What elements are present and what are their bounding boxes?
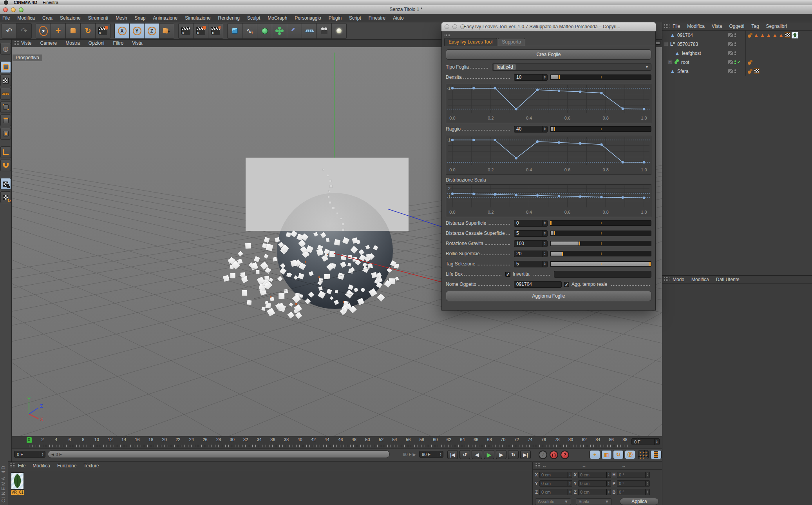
triangle-tag-icon[interactable]: ▲ — [772, 33, 778, 38]
stepper-icon[interactable]: ▲▼ — [606, 489, 611, 495]
coord-field-p1[interactable]: 0 °▲▼ — [617, 480, 650, 487]
stepper-icon[interactable]: ▲▼ — [645, 472, 649, 478]
stepper-icon[interactable]: ▲▼ — [606, 472, 611, 478]
material-name-badge[interactable]: VR_01 — [11, 490, 24, 495]
uvw-tag-icon[interactable] — [754, 68, 760, 74]
menu-item-mesh[interactable]: Mesh — [116, 15, 127, 21]
play-forwards-button[interactable]: ▶ — [484, 450, 494, 459]
record-snapshot-button[interactable]: ( ) — [550, 451, 558, 459]
rollio-superficie-value-field[interactable]: 20▲▼ — [514, 251, 548, 257]
menu-item-mograph[interactable]: MoGraph — [268, 15, 287, 21]
stepper-icon[interactable]: ▲▼ — [542, 251, 547, 257]
triangle-tag-icon[interactable]: ▲ — [779, 33, 784, 38]
stepper-icon[interactable]: ▲▼ — [542, 74, 547, 80]
stepper-icon[interactable]: ▲▼ — [542, 126, 547, 132]
add-deformer-button[interactable] — [287, 24, 302, 38]
model-mode-button[interactable] — [0, 61, 11, 73]
redo-button[interactable]: ↷ — [17, 24, 31, 38]
stepper-icon[interactable]: ▲▼ — [542, 261, 547, 267]
timeline-ruler[interactable]: 0246810121416182022242628303234363840424… — [12, 436, 662, 449]
phong-tag-icon[interactable] — [748, 33, 752, 38]
menu-item-simulazione[interactable]: Simulazione — [185, 15, 210, 21]
rotazione-gravita-value-field[interactable]: 100▲▼ — [514, 240, 548, 247]
add-generator-button[interactable] — [257, 24, 272, 38]
stepper-icon[interactable]: ▲▼ — [645, 481, 649, 486]
key-rotation-button[interactable]: ↻ — [613, 450, 624, 459]
distanza-casuale-superficie-value-field[interactable]: 5▲▼ — [514, 230, 548, 237]
invertita-checkbox[interactable]: ✓ — [505, 272, 510, 277]
dialog-close-button[interactable] — [445, 24, 449, 29]
key-position-button[interactable]: + — [590, 450, 600, 459]
menu-item-finestre[interactable]: Finestre — [369, 15, 385, 21]
visibility-toggles[interactable]: ✓ — [728, 60, 745, 65]
workplane-grid-button[interactable] — [0, 88, 11, 100]
raggio-slider[interactable] — [550, 126, 651, 132]
coord-field-y1[interactable]: 0 cm▲▼ — [578, 480, 611, 487]
app-menu-title[interactable]: CINEMA 4D — [14, 0, 37, 5]
visibility-dots-icon[interactable] — [734, 60, 736, 64]
rollio-superficie-slider[interactable] — [550, 251, 651, 256]
nome-oggetto-field[interactable]: 091704 — [514, 281, 562, 288]
add-camera-button[interactable] — [317, 24, 331, 38]
layer-icon[interactable] — [728, 60, 733, 64]
render-settings-button[interactable]: ⚙ — [208, 24, 223, 38]
visibility-dots-icon[interactable] — [734, 69, 736, 73]
tab-supporto[interactable]: Supporto — [498, 38, 526, 46]
uvw-tag-icon[interactable] — [785, 32, 790, 38]
rotate-workplane-button[interactable]: ↻ — [0, 191, 11, 203]
menu-item-oggetti[interactable]: Oggetti — [729, 24, 745, 29]
current-frame-field[interactable]: 0 F▲▼ — [14, 451, 45, 458]
menu-item-plugin[interactable]: Plugin — [329, 15, 342, 21]
menu-item-dati-utente[interactable]: Dati Utente — [716, 277, 740, 282]
visibility-toggles[interactable] — [728, 69, 745, 73]
menu-item-mostra[interactable]: Mostra — [65, 40, 80, 46]
menu-item-script[interactable]: Script — [349, 15, 361, 21]
stepper-icon[interactable]: ▲▼ — [645, 489, 649, 495]
dialog-grip-icon[interactable] — [444, 33, 450, 37]
tab-easy-ivy-leaves-tool[interactable]: Easy Ivy Leaves Tool — [444, 38, 497, 46]
coord-field-b2[interactable]: 0 °▲▼ — [617, 489, 650, 495]
render-view-button[interactable] — [179, 24, 193, 38]
key-parameter-button[interactable]: Ⓟ — [625, 450, 635, 459]
densita-slider[interactable] — [550, 74, 651, 80]
lock-x-axis-button[interactable]: X — [115, 24, 129, 38]
panel-grip-icon[interactable] — [664, 24, 669, 28]
collapse-icon[interactable]: − — [664, 42, 668, 46]
visibility-toggles[interactable] — [728, 42, 745, 46]
object-row-leafghost[interactable]: ▲leafghost — [662, 49, 812, 58]
life-box-field[interactable] — [554, 271, 651, 278]
menu-item-strumenti[interactable]: Strumenti — [88, 15, 108, 21]
applica-button[interactable]: Applica — [620, 498, 659, 505]
menu-item-viste[interactable]: Viste — [21, 40, 31, 46]
goto-end-button[interactable]: ▶| — [520, 450, 531, 459]
camera-label[interactable]: Prospettiva — [13, 54, 42, 61]
preview-range-scrollbar[interactable]: ◀0 F — [48, 451, 390, 458]
goto-start-button[interactable]: |◀ — [447, 450, 458, 459]
densita-curve-graph[interactable]: 10.00.20.40.60.81.0 — [446, 84, 651, 123]
panel-grip-icon[interactable] — [13, 41, 19, 45]
coord-field-x0[interactable]: 0 cm▲▼ — [578, 472, 611, 478]
use-last-tool-button[interactable] — [96, 24, 110, 38]
menu-item-personaggio[interactable]: Personaggio — [295, 15, 321, 21]
densita-value-field[interactable]: 10▲▼ — [514, 74, 548, 81]
visibility-toggles[interactable] — [728, 51, 745, 55]
live-selection-button[interactable]: ➤ — [36, 24, 51, 38]
apple-menu-icon[interactable] — [4, 0, 8, 5]
coord-field-z2[interactable]: 0 cm▲▼ — [539, 489, 572, 495]
scale-tool-button[interactable] — [66, 24, 80, 38]
scale-mode-dropdown[interactable]: Scala▼ — [576, 498, 612, 505]
coord-field-y1[interactable]: 0 cm▲▼ — [539, 480, 572, 487]
raggio-value-field[interactable]: 40▲▼ — [514, 126, 548, 133]
coord-field-z2[interactable]: 0 cm▲▼ — [578, 489, 611, 495]
stepper-icon[interactable]: ▲▼ — [568, 472, 572, 478]
menu-item-sculpt[interactable]: Sculpt — [247, 15, 260, 21]
triangle-tag-icon[interactable]: ▲ — [766, 33, 771, 38]
menu-item-animazione[interactable]: Animazione — [153, 15, 178, 21]
menu-item-tag[interactable]: Tag — [751, 24, 759, 29]
menu-item-modo[interactable]: Modo — [673, 277, 684, 282]
stepper-icon[interactable]: ▲▼ — [568, 481, 572, 486]
triangle-tag-icon[interactable]: ▲ — [754, 33, 759, 38]
crea-foglie-button[interactable]: Crea Foglie — [446, 49, 651, 60]
dialog-titlebar[interactable]: Easy Ivy Leaves Tool ver. 1.0.7 Sviluppa… — [441, 22, 656, 31]
layer-icon[interactable] — [728, 42, 733, 46]
